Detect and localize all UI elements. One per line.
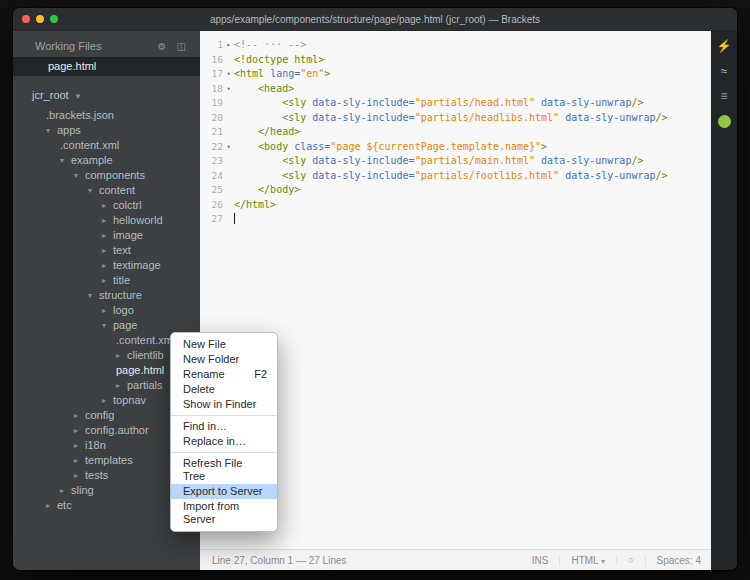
code-line[interactable]: 19 <sly data-sly-include="partials/head.…	[200, 96, 711, 111]
caret-right-icon[interactable]: ▸	[102, 258, 113, 273]
fold-caret-icon[interactable]: ▾	[223, 140, 234, 155]
working-file-item[interactable]: page.html	[13, 57, 200, 76]
lint-status-icon[interactable]: ○	[616, 555, 633, 565]
tree-item-label: clientlib	[127, 348, 164, 363]
menu-item-new-folder[interactable]: New Folder	[171, 352, 277, 367]
menu-item-replace-in[interactable]: Replace in…	[171, 434, 277, 449]
close-button[interactable]	[22, 15, 30, 23]
extension-pulse-icon[interactable]: ≈	[721, 65, 728, 77]
tree-item-label: structure	[99, 288, 142, 303]
menu-item-refresh-file-tree[interactable]: Refresh File Tree	[171, 456, 277, 484]
spaces-setting[interactable]: Spaces: 4	[645, 555, 701, 566]
extension-layers-icon[interactable]: ≡	[720, 90, 727, 102]
caret-right-icon[interactable]: ▸	[102, 303, 113, 318]
menu-item-import-from-server[interactable]: Import from Server	[171, 499, 277, 527]
caret-right-icon[interactable]: ▸	[74, 453, 85, 468]
fold-caret-icon[interactable]: ▸	[223, 38, 234, 53]
tree-item-title[interactable]: ▸title	[13, 273, 200, 288]
caret-down-icon[interactable]: ▾	[46, 123, 57, 138]
menu-item-new-file[interactable]: New File	[171, 337, 277, 352]
menu-item-export-to-server[interactable]: Export to Server	[171, 484, 277, 499]
tree-item-components[interactable]: ▾components	[13, 168, 200, 183]
fold-caret-icon[interactable]: ▾	[223, 82, 234, 97]
code-line[interactable]: 18▾ <head>	[200, 82, 711, 97]
tree-item-label: text	[113, 243, 131, 258]
split-view-icon[interactable]: ◫	[177, 41, 186, 52]
tree-item-logo[interactable]: ▸logo	[13, 303, 200, 318]
line-gutter: 27	[200, 212, 234, 227]
tree-item-content[interactable]: ▾content	[13, 183, 200, 198]
code-line[interactable]: 21 </head>	[200, 125, 711, 140]
caret-down-icon[interactable]: ▾	[60, 153, 71, 168]
tree-item-content-xml[interactable]: .content.xml	[13, 138, 200, 153]
code-token: <sly	[234, 170, 312, 181]
caret-down-icon[interactable]: ▾	[102, 318, 113, 333]
menu-divider	[171, 415, 277, 416]
code-line[interactable]: 20 <sly data-sly-include="partials/headl…	[200, 111, 711, 126]
tree-item-brackets-json[interactable]: .brackets.json	[13, 108, 200, 123]
tree-item-text[interactable]: ▸text	[13, 243, 200, 258]
code-line[interactable]: 1▸<!-- ··· -->	[200, 38, 711, 53]
chevron-down-icon: ▾	[601, 557, 605, 566]
code-line[interactable]: 17▾<html lang="en">	[200, 67, 711, 82]
caret-right-icon[interactable]: ▸	[74, 423, 85, 438]
working-files-header: Working Files ⚙ ◫	[13, 31, 200, 57]
code-line[interactable]: 25 </body>	[200, 183, 711, 198]
language-label: HTML	[571, 555, 598, 566]
insert-mode-indicator[interactable]: INS	[521, 555, 549, 566]
caret-down-icon[interactable]: ▾	[88, 288, 99, 303]
code-text: <html lang="en">	[234, 67, 330, 82]
caret-right-icon[interactable]: ▸	[74, 468, 85, 483]
caret-down-icon[interactable]: ▾	[88, 183, 99, 198]
code-line[interactable]: 24 <sly data-sly-include="partials/footl…	[200, 169, 711, 184]
menu-item-rename[interactable]: RenameF2	[171, 367, 277, 382]
menu-item-show-in-finder[interactable]: Show in Finder	[171, 397, 277, 412]
extension-sync-icon[interactable]	[718, 115, 731, 128]
caret-right-icon[interactable]: ▸	[116, 378, 127, 393]
menu-item-delete[interactable]: Delete	[171, 382, 277, 397]
tree-item-page[interactable]: ▾page	[13, 318, 200, 333]
tree-item-example[interactable]: ▾example	[13, 153, 200, 168]
tree-item-helloworld[interactable]: ▸helloworld	[13, 213, 200, 228]
code-line[interactable]: 27	[200, 212, 711, 227]
menu-item-find-in[interactable]: Find in…	[171, 419, 277, 434]
tree-item-colctrl[interactable]: ▸colctrl	[13, 198, 200, 213]
code-line[interactable]: 23 <sly data-sly-include="partials/main.…	[200, 154, 711, 169]
tree-item-label: config	[85, 408, 114, 423]
caret-right-icon[interactable]: ▸	[102, 243, 113, 258]
code-token: </head>	[234, 126, 300, 137]
working-files-list: page.html	[13, 57, 200, 76]
fold-caret-icon[interactable]: ▾	[223, 67, 234, 82]
minimize-button[interactable]	[36, 15, 44, 23]
zoom-button[interactable]	[50, 15, 58, 23]
cursor-position[interactable]: Line 27, Column 1 — 27 Lines	[212, 555, 347, 566]
caret-right-icon[interactable]: ▸	[102, 213, 113, 228]
tree-item-apps[interactable]: ▾apps	[13, 123, 200, 138]
code-text: <!-- ··· -->	[234, 38, 306, 53]
language-selector[interactable]: HTML ▾	[559, 555, 605, 566]
live-preview-icon[interactable]: ⚡	[717, 40, 732, 52]
tree-item-textimage[interactable]: ▸textimage	[13, 258, 200, 273]
caret-right-icon[interactable]: ▸	[102, 393, 113, 408]
code-text: <body class="page ${currentPage.template…	[234, 140, 547, 155]
line-gutter: 17▾	[200, 67, 234, 82]
caret-right-icon[interactable]: ▸	[74, 438, 85, 453]
caret-right-icon[interactable]: ▸	[102, 228, 113, 243]
code-line[interactable]: 22▾ <body class="page ${currentPage.temp…	[200, 140, 711, 155]
caret-right-icon[interactable]: ▸	[102, 273, 113, 288]
line-gutter: 23	[200, 154, 234, 169]
caret-right-icon[interactable]: ▸	[116, 348, 127, 363]
caret-right-icon[interactable]: ▸	[60, 483, 71, 498]
caret-right-icon[interactable]: ▸	[102, 198, 113, 213]
code-line[interactable]: 26</html>	[200, 198, 711, 213]
caret-right-icon[interactable]: ▸	[46, 498, 57, 513]
code-line[interactable]: 16<!doctype html>	[200, 53, 711, 68]
code-token: "partials/headlibs.html"	[415, 112, 560, 123]
caret-down-icon[interactable]: ▾	[74, 168, 85, 183]
tree-item-label: components	[85, 168, 145, 183]
tree-item-image[interactable]: ▸image	[13, 228, 200, 243]
project-root-selector[interactable]: jcr_root ▾	[13, 76, 200, 108]
gear-icon[interactable]: ⚙	[158, 41, 167, 52]
tree-item-structure[interactable]: ▾structure	[13, 288, 200, 303]
caret-right-icon[interactable]: ▸	[74, 408, 85, 423]
